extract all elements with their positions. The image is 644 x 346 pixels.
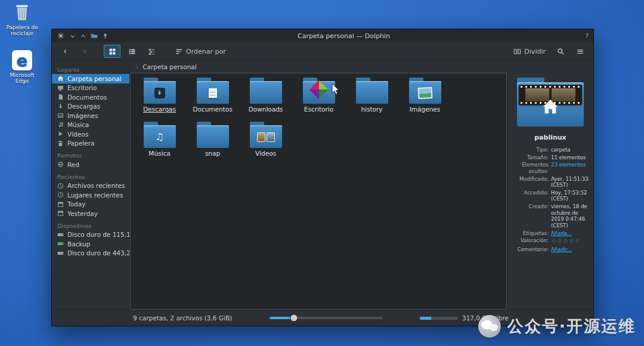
info-property-row: Comentario: Añadir...: [510, 246, 590, 253]
sidebar-item-label: Lugares recientes: [67, 191, 123, 199]
forward-button[interactable]: ›: [76, 45, 93, 58]
view-compact-button[interactable]: [123, 45, 140, 58]
sidebar-item-archivos-recientes[interactable]: Archivos recientes: [52, 181, 129, 191]
split-label: Dividir: [524, 48, 546, 55]
file-item-musica[interactable]: ♫ Música: [133, 122, 186, 165]
menu-button[interactable]: ≡: [572, 45, 589, 58]
sidebar-item-label: Documentos: [67, 94, 107, 101]
folder-icon: [250, 122, 282, 148]
file-item-imagenes[interactable]: Imágenes: [398, 78, 451, 121]
calendar-icon: [57, 201, 64, 208]
file-item-videos[interactable]: Vídeos: [239, 122, 292, 165]
monitor-icon: [57, 85, 64, 91]
breadcrumb[interactable]: › Carpeta personal: [130, 61, 593, 73]
sidebar-item-yesterday[interactable]: Yesterday: [52, 209, 129, 218]
folder-icon: ♫: [144, 122, 176, 148]
sidebar-item-label: Yesterday: [67, 210, 98, 217]
sidebar-item-lugares-recientes[interactable]: Lugares recientes: [52, 190, 129, 200]
back-button[interactable]: ‹: [57, 45, 73, 58]
file-item-downloads[interactable]: Downloads: [239, 78, 292, 121]
property-label: Accedido:: [510, 190, 551, 202]
sidebar-item-label: Imágenes: [67, 112, 98, 119]
sidebar-item-label: Red: [67, 161, 79, 168]
file-label: Descargas: [143, 106, 176, 113]
recent-places-icon: [57, 191, 64, 198]
breadcrumb-path[interactable]: Carpeta personal: [143, 63, 196, 70]
sidebar-item-papelera[interactable]: Papelera: [52, 139, 129, 149]
sidebar-item-escritorio[interactable]: Escritorio: [52, 84, 129, 93]
desktop-icon-microsoft-edge[interactable]: e Microsoft Edge: [2, 50, 42, 85]
places-panel: Lugares Carpeta personal Escritorio Docu…: [52, 61, 130, 310]
breadcrumb-chevron-icon: ›: [136, 63, 138, 70]
desktop-icon-recycle-bin[interactable]: Papelera de reciclaje: [2, 2, 42, 37]
sidebar-item-documentos[interactable]: Documentos: [52, 92, 129, 102]
preview-folder-icon: [517, 78, 584, 126]
file-item-documentos[interactable]: Documentos: [186, 78, 239, 121]
pin-icon[interactable]: [102, 33, 109, 39]
file-item-snap[interactable]: snap: [186, 122, 239, 165]
rating-stars[interactable]: ☆☆☆☆☆: [551, 237, 590, 245]
window-title: Carpeta personal — Dolphin: [109, 32, 579, 40]
watermark-text: 公众号·开源运维: [507, 316, 636, 337]
close-icon[interactable]: [57, 32, 65, 40]
chevron-up-icon[interactable]: [80, 33, 86, 39]
sidebar-item-backup[interactable]: Backup: [52, 239, 129, 249]
sidebar-item-label: Disco duro de 115,1 GiB: [67, 231, 130, 238]
search-button[interactable]: [552, 45, 569, 58]
download-icon: [57, 103, 64, 110]
sidebar-item-today[interactable]: Today: [52, 200, 129, 209]
sidebar-item-disco-115[interactable]: Disco duro de 115,1 GiB: [52, 230, 129, 240]
file-item-history[interactable]: history: [345, 78, 398, 121]
music-note-icon: [57, 122, 64, 128]
home-icon: [57, 75, 64, 82]
tree-view-icon: [148, 48, 156, 55]
play-icon: [57, 131, 64, 137]
property-label: Elementos ocultos:: [510, 162, 551, 174]
titlebar[interactable]: Carpeta personal — Dolphin ?: [52, 29, 593, 42]
view-details-button[interactable]: [143, 45, 160, 58]
property-label: Tipo:: [510, 147, 551, 153]
help-button[interactable]: ?: [579, 32, 589, 40]
sort-by-button[interactable]: Ordenar por: [172, 45, 230, 58]
document-emblem-icon: [209, 88, 217, 98]
free-space-bar: [420, 317, 458, 320]
zoom-slider-handle[interactable]: [290, 314, 298, 322]
folder-icon: [197, 122, 229, 148]
desktop-icon-label: Microsoft Edge: [2, 72, 42, 85]
sidebar-item-disco-443[interactable]: Disco duro de 443,2 GiB: [52, 249, 129, 258]
sidebar-item-red[interactable]: Red: [52, 160, 129, 169]
sort-icon: [175, 48, 183, 55]
file-item-descargas[interactable]: Descargas: [133, 78, 186, 121]
property-value: Hoy, 17:53:52 (CEST): [551, 190, 590, 202]
edge-icon: e: [12, 50, 32, 70]
split-button[interactable]: Dividir: [510, 45, 549, 58]
folder-icon: [250, 78, 282, 104]
sidebar-item-label: Today: [67, 200, 85, 208]
sidebar-item-imagenes[interactable]: Imágenes: [52, 111, 129, 121]
sidebar-item-label: Música: [67, 121, 89, 128]
chevron-down-icon[interactable]: [69, 33, 76, 39]
sidebar-item-carpeta-personal[interactable]: Carpeta personal: [52, 74, 129, 84]
folder-icon: [303, 78, 335, 104]
dolphin-window: Carpeta personal — Dolphin ? ‹ › Ordenar…: [51, 29, 594, 326]
view-icons-button[interactable]: [104, 45, 120, 58]
add-tags-link[interactable]: Añada...: [551, 230, 590, 237]
main-toolbar: ‹ › Ordenar por Dividir ≡: [52, 42, 593, 61]
file-view[interactable]: Descargas Documentos: [130, 73, 507, 310]
document-icon: [57, 94, 64, 100]
sidebar-item-musica[interactable]: Música: [52, 121, 129, 130]
sidebar-item-descargas[interactable]: Descargas: [52, 102, 129, 112]
info-property-row: Creado: viernes, 18 de octubre de 2019 0…: [510, 203, 590, 229]
music-emblem-icon: ♫: [155, 132, 163, 142]
property-label: Creado:: [510, 203, 551, 229]
property-value: 23 elementos: [551, 162, 590, 174]
file-label: Imágenes: [410, 106, 440, 113]
add-comment-link[interactable]: Añadir...: [551, 246, 590, 253]
photo-emblem-icon: [417, 86, 432, 98]
split-view-icon: [513, 48, 521, 55]
property-value: Ayer, 11:51:33 (CEST): [551, 176, 590, 189]
sidebar-item-label: Backup: [67, 240, 91, 248]
sidebar-item-videos[interactable]: Vídeos: [52, 129, 129, 139]
zoom-slider[interactable]: [270, 317, 383, 319]
section-header-remotos: Remotos: [52, 148, 129, 160]
